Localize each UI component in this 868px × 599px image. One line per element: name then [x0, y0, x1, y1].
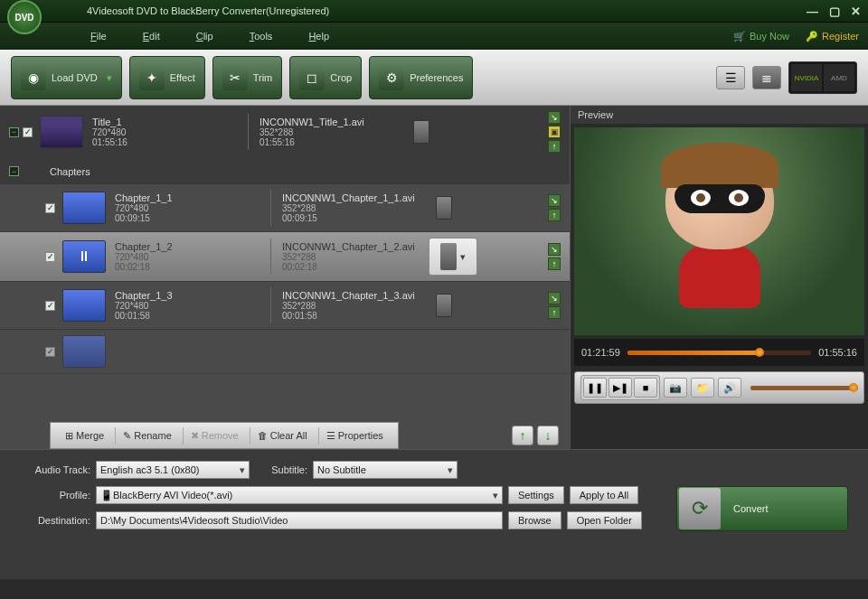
stop-button[interactable]: ■: [634, 378, 657, 398]
convert-button[interactable]: ⟳ Convert: [676, 486, 848, 531]
settings-button[interactable]: Settings: [508, 486, 564, 504]
chapter-row[interactable]: ⏸ Chapter_1_2 720*480 00:02:18 INCONNW1_…: [0, 232, 570, 282]
chapter-checkbox[interactable]: [45, 203, 55, 213]
audio-track-label: Audio Track:: [14, 464, 96, 475]
device-icon: [440, 243, 457, 270]
scissors-icon: ✂: [222, 65, 248, 90]
gear-icon: ⚙: [379, 65, 404, 90]
chapter-checkbox[interactable]: [45, 252, 55, 262]
subtitle-dropdown[interactable]: No Subtitle: [313, 461, 458, 479]
merge-button[interactable]: ⊞ Merge: [58, 427, 111, 445]
register-link[interactable]: Register: [806, 31, 859, 42]
toolbar: ◉Load DVD ✦Effect ✂Trim ◻Crop ⚙Preferenc…: [0, 50, 868, 106]
dvd-icon: ◉: [21, 65, 46, 90]
convert-icon: ⟳: [679, 488, 721, 529]
chapter-row[interactable]: Chapter_1_3 720*480 00:01:58 INCONNW1_Ch…: [0, 282, 570, 330]
close-button[interactable]: ✕: [851, 5, 861, 18]
chapters-toggle[interactable]: −: [9, 166, 19, 176]
clear-all-button[interactable]: 🗑 Clear All: [250, 427, 315, 444]
buy-now-link[interactable]: Buy Now: [733, 31, 789, 42]
menu-file[interactable]: File: [90, 31, 107, 42]
view-list-button[interactable]: ☰: [716, 66, 745, 89]
menu-bar: File Edit Clip Tools Help Buy Now Regist…: [0, 23, 868, 50]
title-checkbox[interactable]: [23, 127, 33, 137]
chapter-row[interactable]: [0, 330, 570, 374]
chapter-checkbox[interactable]: [45, 301, 55, 311]
preview-label: Preview: [571, 106, 868, 124]
preview-video[interactable]: [574, 127, 864, 335]
file-list[interactable]: − Title_1 720*480 01:55:16 INCONNW1_Titl…: [0, 106, 570, 415]
timeline[interactable]: 01:21:59 01:55:16: [574, 339, 864, 366]
nvidia-icon: NVIDIA: [791, 64, 822, 91]
settings-panel: Audio Track: English ac3 5.1 (0x80) Subt…: [0, 449, 868, 579]
row-action-a[interactable]: ↘: [548, 243, 561, 256]
properties-button[interactable]: ☰ Properties: [318, 427, 391, 445]
volume-button[interactable]: 🔊: [718, 378, 741, 398]
row-action-c[interactable]: ↑: [548, 257, 561, 270]
profile-dropdown[interactable]: 📱 BlackBerry AVI Video(*.avi): [96, 486, 503, 504]
load-dvd-button[interactable]: ◉Load DVD: [11, 56, 122, 99]
destination-label: Destination:: [14, 515, 96, 526]
destination-field[interactable]: D:\My Documents\4Videosoft Studio\Video: [96, 511, 503, 529]
title-row[interactable]: − Title_1 720*480 01:55:16 INCONNW1_Titl…: [0, 106, 570, 159]
preview-pane: Preview 01:21:59 01:55:16 ❚❚ ▶❚ ■ 📷 📁 🔊: [570, 106, 868, 449]
device-icon: [436, 196, 452, 220]
next-frame-button[interactable]: ▶❚: [609, 378, 632, 398]
move-up-button[interactable]: ↑: [512, 426, 533, 445]
move-down-button[interactable]: ↓: [537, 426, 559, 445]
audio-track-dropdown[interactable]: English ac3 5.1 (0x80): [96, 461, 250, 479]
chapter-thumbnail: [62, 192, 106, 224]
pause-button[interactable]: ❚❚: [583, 378, 607, 398]
seek-handle[interactable]: [755, 348, 764, 357]
amd-icon: AMD: [824, 64, 854, 91]
crop-icon: ◻: [299, 65, 325, 90]
profile-label: Profile:: [14, 490, 96, 501]
apply-all-button[interactable]: Apply to All: [570, 486, 638, 504]
row-action-c[interactable]: ↑: [548, 306, 561, 319]
device-profile-dropdown[interactable]: ▾: [429, 238, 477, 276]
browse-button[interactable]: Browse: [508, 511, 561, 529]
menu-tools[interactable]: Tools: [250, 31, 273, 42]
device-icon: [413, 120, 429, 144]
volume-slider[interactable]: [750, 386, 858, 390]
open-destination-button[interactable]: Open Folder: [567, 511, 642, 529]
collapse-toggle[interactable]: −: [9, 127, 19, 137]
time-current: 01:21:59: [581, 347, 620, 358]
title-name: Title_1: [92, 117, 237, 127]
row-action-a[interactable]: ↘: [548, 292, 561, 304]
menu-help[interactable]: Help: [308, 31, 329, 42]
pause-overlay-icon: ⏸: [63, 241, 105, 272]
row-action-c[interactable]: ↑: [548, 140, 561, 153]
maximize-button[interactable]: ▢: [829, 5, 840, 18]
menu-clip[interactable]: Clip: [196, 31, 213, 42]
remove-button[interactable]: ✖ Remove: [183, 427, 246, 445]
chapter-thumbnail: [62, 335, 106, 368]
crop-button[interactable]: ◻Crop: [289, 56, 362, 99]
row-action-a[interactable]: ↘: [548, 111, 561, 124]
file-list-pane: − Title_1 720*480 01:55:16 INCONNW1_Titl…: [0, 106, 570, 449]
effect-icon: ✦: [139, 65, 165, 90]
trim-button[interactable]: ✂Trim: [212, 56, 283, 99]
snapshot-button[interactable]: 📷: [664, 378, 687, 398]
effect-button[interactable]: ✦Effect: [129, 56, 205, 99]
preferences-button[interactable]: ⚙Preferences: [369, 56, 473, 99]
player-controls: ❚❚ ▶❚ ■ 📷 📁 🔊: [574, 371, 864, 404]
chapter-thumbnail: [62, 289, 106, 322]
subtitle-label: Subtitle:: [250, 464, 313, 475]
cart-icon: [733, 31, 746, 42]
rename-button[interactable]: ✎ Rename: [115, 427, 179, 445]
row-action-a[interactable]: ↘: [548, 194, 561, 207]
chapters-header[interactable]: − Chapters: [0, 159, 570, 184]
chapter-checkbox[interactable]: [45, 347, 55, 357]
title-bar: DVD 4Videosoft DVD to BlackBerry Convert…: [0, 0, 868, 23]
open-folder-button[interactable]: 📁: [691, 378, 714, 398]
time-total: 01:55:16: [818, 347, 857, 358]
row-action-c[interactable]: ↑: [548, 209, 561, 221]
chapter-row[interactable]: Chapter_1_1 720*480 00:09:15 INCONNW1_Ch…: [0, 184, 570, 232]
row-action-b[interactable]: ▣: [548, 126, 561, 138]
window-title: 4Videosoft DVD to BlackBerry Converter(U…: [87, 5, 807, 16]
key-icon: [806, 31, 818, 42]
menu-edit[interactable]: Edit: [143, 31, 160, 42]
minimize-button[interactable]: —: [807, 5, 818, 18]
view-detail-button[interactable]: ≣: [752, 66, 781, 89]
